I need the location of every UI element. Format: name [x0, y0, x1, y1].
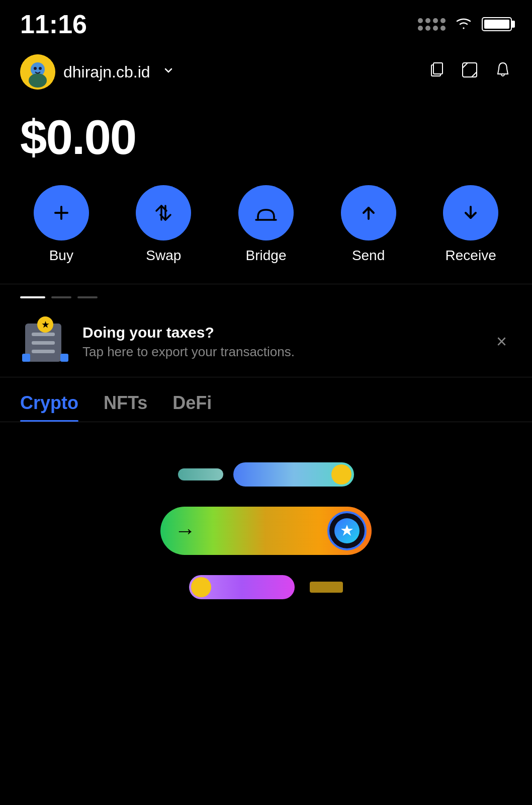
receive-button[interactable]: Receive [443, 185, 498, 264]
send-icon [341, 185, 396, 240]
status-bar: 11:16 [0, 0, 532, 44]
slider-blue[interactable] [233, 462, 354, 487]
tab-defi[interactable]: DeFi [172, 392, 212, 422]
status-icons [418, 14, 512, 35]
slider-purple[interactable] [189, 575, 295, 599]
bridge-icon [238, 185, 294, 240]
tax-banner[interactable]: ★ Doing your taxes? Tap here to export y… [0, 306, 532, 377]
header: dhirajn.cb.id [0, 44, 532, 95]
expand-icon[interactable] [461, 61, 479, 84]
status-time: 11:16 [20, 9, 87, 39]
signal-icon [418, 18, 446, 31]
header-actions [427, 61, 512, 84]
profile-section[interactable]: dhirajn.cb.id [20, 54, 174, 90]
wifi-icon [454, 14, 474, 35]
slider-purple-thumb [191, 577, 211, 597]
tax-icon: ★ [20, 316, 70, 367]
svg-point-2 [29, 73, 47, 88]
balance-section: $0.00 [0, 95, 532, 175]
swap-label: Swap [146, 248, 181, 264]
swap-icon [136, 185, 191, 240]
dot-3 [77, 296, 98, 298]
svg-rect-7 [463, 63, 477, 77]
bridge-button[interactable]: Bridge [238, 185, 294, 264]
avatar [20, 54, 55, 90]
tax-title: Doing your taxes? [82, 324, 479, 341]
svg-point-4 [39, 67, 42, 70]
send-label: Send [352, 248, 385, 264]
battery-icon [482, 17, 512, 31]
dot-2 [51, 296, 71, 298]
buy-icon [34, 185, 89, 240]
svg-point-3 [34, 67, 37, 70]
main-slider-thumb [327, 511, 367, 550]
svg-rect-6 [433, 63, 442, 74]
illustration-section: → [0, 422, 532, 629]
username: dhirajn.cb.id [63, 63, 150, 82]
swap-button[interactable]: Swap [136, 185, 191, 264]
receive-icon [443, 185, 498, 240]
send-button[interactable]: Send [341, 185, 396, 264]
tax-subtitle: Tap here to export your transactions. [82, 344, 479, 360]
small-slider-bottom-right [310, 582, 343, 593]
chevron-down-icon[interactable] [162, 64, 174, 79]
tab-nfts[interactable]: NFTs [104, 392, 147, 422]
action-buttons: Buy Swap Bridge Send Receive [0, 175, 532, 284]
main-slider[interactable]: → [160, 507, 372, 555]
copy-icon[interactable] [427, 61, 446, 84]
small-slider-top-left [178, 468, 223, 480]
tab-crypto[interactable]: Crypto [20, 392, 78, 422]
carousel-dots [0, 284, 532, 306]
balance-amount: $0.00 [20, 110, 512, 165]
receive-label: Receive [446, 248, 496, 264]
dot-1 [20, 296, 45, 298]
svg-marker-15 [341, 525, 353, 536]
notification-icon[interactable] [494, 61, 512, 84]
tabs: Crypto NFTs DeFi [0, 377, 532, 422]
tax-content: Doing your taxes? Tap here to export you… [82, 324, 479, 360]
buy-label: Buy [49, 248, 73, 264]
bridge-label: Bridge [246, 248, 287, 264]
buy-button[interactable]: Buy [34, 185, 89, 264]
slider-blue-thumb [331, 464, 351, 485]
close-banner-button[interactable]: × [491, 331, 512, 352]
